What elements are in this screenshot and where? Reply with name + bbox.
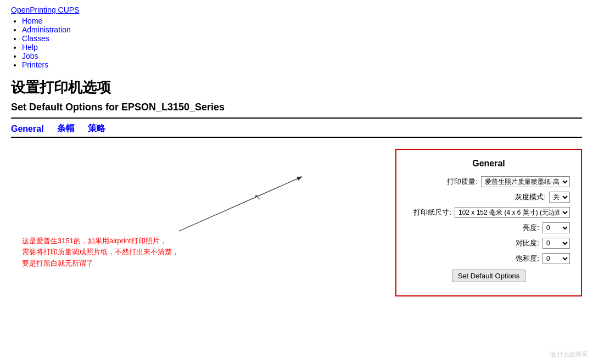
saturation-row: 饱和度: 0 -10 10 <box>407 253 570 264</box>
paper-size-row: 打印纸尺寸: 102 x 152 毫米 (4 x 6 英寸) (无边距) A4 … <box>407 207 570 218</box>
nav-administration[interactable]: Administration <box>22 25 71 34</box>
options-panel-title: General <box>407 159 570 169</box>
svg-text:↖: ↖ <box>254 192 261 201</box>
page-title-en: Set Default Options for EPSON_L3150_Seri… <box>11 102 582 113</box>
brightness-label: 亮度: <box>501 223 539 233</box>
nav-jobs[interactable]: Jobs <box>22 52 38 60</box>
print-quality-label: 打印质量: <box>439 177 478 187</box>
nav-list: Home Administration Classes Help Jobs Pr… <box>11 16 582 69</box>
set-default-button[interactable]: Set Default Options <box>452 270 526 282</box>
title-divider <box>11 117 582 119</box>
tabs-divider <box>11 137 582 138</box>
tab-policy[interactable]: 策略 <box>88 123 105 135</box>
print-quality-row: 打印质量: 爱普生照片质量喷墨纸-高 草稿 标准 高质量 <box>407 176 570 187</box>
brightness-row: 亮度: 0 -10 10 <box>407 222 570 233</box>
print-quality-select[interactable]: 爱普生照片质量喷墨纸-高 草稿 标准 高质量 <box>481 176 570 187</box>
contrast-row: 对比度: 0 -10 10 <box>407 238 570 249</box>
tabs-row: General 条幅 策略 <box>11 123 582 135</box>
nav-printers[interactable]: Printers <box>22 60 48 69</box>
paper-size-label: 打印纸尺寸: <box>413 208 451 217</box>
nav-classes[interactable]: Classes <box>22 34 49 43</box>
annotation-text: 这是爱普生3151的，如果用airprint打印照片， 需要将打印质量调成照片纸… <box>22 236 179 270</box>
brightness-select[interactable]: 0 -10 10 <box>542 222 570 233</box>
tab-banner[interactable]: 条幅 <box>57 123 75 135</box>
annotation-area: ↖ 这是爱普生3151的，如果用airprint打印照片， 需要将打印质量调成照… <box>11 149 384 281</box>
saturation-select[interactable]: 0 -10 10 <box>542 253 570 264</box>
contrast-label: 对比度: <box>501 238 539 248</box>
tab-general[interactable]: General <box>11 124 44 134</box>
grayscale-row: 灰度模式: 关 开 <box>407 192 570 203</box>
grayscale-select[interactable]: 关 开 <box>549 192 570 203</box>
options-panel: General 打印质量: 爱普生照片质量喷墨纸-高 草稿 标准 高质量 灰度模… <box>395 149 582 296</box>
paper-size-select[interactable]: 102 x 152 毫米 (4 x 6 英寸) (无边距) A4 Letter <box>455 207 570 218</box>
site-title-link[interactable]: OpenPrinting CUPS <box>11 5 80 14</box>
main-content: ↖ 这是爱普生3151的，如果用airprint打印照片， 需要将打印质量调成照… <box>11 149 582 303</box>
navigation: OpenPrinting CUPS Home Administration Cl… <box>11 5 582 69</box>
grayscale-label: 灰度模式: <box>507 192 546 202</box>
nav-help[interactable]: Help <box>22 43 38 52</box>
nav-home[interactable]: Home <box>22 16 42 25</box>
set-default-row: Set Default Options <box>407 270 570 282</box>
saturation-label: 饱和度: <box>501 254 539 264</box>
contrast-select[interactable]: 0 -10 10 <box>542 238 570 249</box>
page-title-zh: 设置打印机选项 <box>11 78 582 97</box>
svg-line-0 <box>179 177 301 231</box>
